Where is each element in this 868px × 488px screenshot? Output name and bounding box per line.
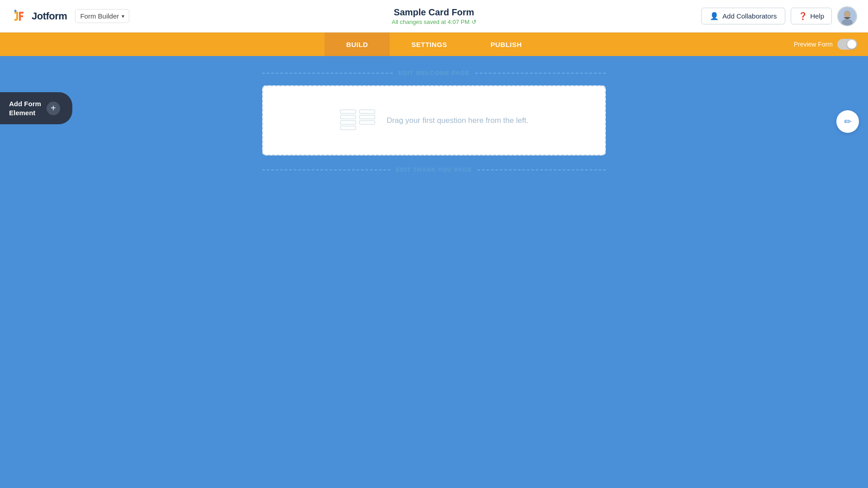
avatar-image	[838, 7, 856, 25]
form-elements-icon	[340, 106, 376, 135]
svg-rect-11	[359, 110, 375, 113]
drop-zone[interactable]: Drag your first question here from the l…	[262, 85, 606, 155]
navbar: BUILD SETTINGS PUBLISH Preview Form	[0, 33, 868, 56]
logo-text: Jotform	[32, 10, 67, 22]
preview-toggle[interactable]	[837, 39, 857, 50]
header-center: Sample Card Form All changes saved at 4:…	[392, 7, 476, 25]
save-status-text: All changes saved at 4:07 PM	[392, 19, 470, 25]
jotform-logo-icon	[11, 8, 27, 24]
svg-rect-13	[359, 121, 375, 124]
avatar[interactable]	[837, 6, 857, 26]
svg-point-1	[14, 9, 17, 12]
tab-build[interactable]: BUILD	[325, 33, 390, 56]
help-icon: ❓	[798, 12, 807, 20]
nav-tabs: BUILD SETTINGS PUBLISH	[0, 33, 868, 56]
tab-publish[interactable]: PUBLISH	[469, 33, 543, 56]
drop-zone-text: Drag your first question here from the l…	[387, 116, 528, 125]
main-canvas: Add Form Element + EDIT WELCOME PAGE	[0, 56, 868, 488]
svg-rect-8	[340, 115, 356, 119]
save-status: All changes saved at 4:07 PM ↺	[392, 19, 476, 25]
pencil-icon: ✏	[844, 116, 852, 127]
welcome-page-label[interactable]: EDIT WELCOME PAGE	[398, 70, 470, 76]
add-collaborators-label: Add Collaborators	[722, 12, 777, 20]
user-add-icon: 👤	[710, 12, 719, 20]
header-right: 👤 Add Collaborators ❓ Help	[701, 6, 857, 26]
svg-rect-7	[340, 110, 356, 113]
preview-form-container: Preview Form	[794, 39, 857, 50]
help-button[interactable]: ❓ Help	[791, 8, 832, 24]
header-left: Jotform Form Builder ▾	[11, 8, 129, 24]
preview-form-label: Preview Form	[794, 41, 833, 48]
svg-point-5	[844, 11, 850, 17]
header: Jotform Form Builder ▾ Sample Card Form …	[0, 0, 868, 33]
thank-you-page-divider: EDIT THANK YOU PAGE	[262, 166, 606, 173]
center-content: EDIT WELCOME PAGE Drag your fir	[262, 56, 606, 182]
tab-settings[interactable]: SETTINGS	[390, 33, 469, 56]
add-form-element-text: Add Form Element	[9, 99, 41, 117]
help-label: Help	[810, 12, 824, 20]
chevron-down-icon: ▾	[122, 13, 124, 19]
add-form-element-button[interactable]: Add Form Element +	[0, 92, 72, 124]
thank-you-page-label[interactable]: EDIT THANK YOU PAGE	[396, 166, 472, 173]
right-float-button[interactable]: ✏	[836, 110, 859, 133]
divider-line-left-2	[262, 169, 391, 170]
logo[interactable]: Jotform	[11, 8, 67, 24]
add-plus-icon: +	[47, 102, 60, 115]
svg-rect-9	[340, 121, 356, 124]
refresh-icon: ↺	[472, 19, 476, 25]
svg-rect-10	[340, 126, 356, 130]
form-builder-button[interactable]: Form Builder ▾	[75, 9, 129, 23]
divider-line-left	[262, 73, 393, 74]
divider-line-right	[475, 73, 606, 74]
welcome-page-divider: EDIT WELCOME PAGE	[262, 70, 606, 76]
svg-rect-12	[359, 115, 375, 119]
form-title: Sample Card Form	[392, 7, 476, 18]
form-builder-label: Form Builder	[80, 12, 119, 20]
divider-line-right-2	[477, 169, 606, 170]
add-collaborators-button[interactable]: 👤 Add Collaborators	[701, 8, 785, 24]
